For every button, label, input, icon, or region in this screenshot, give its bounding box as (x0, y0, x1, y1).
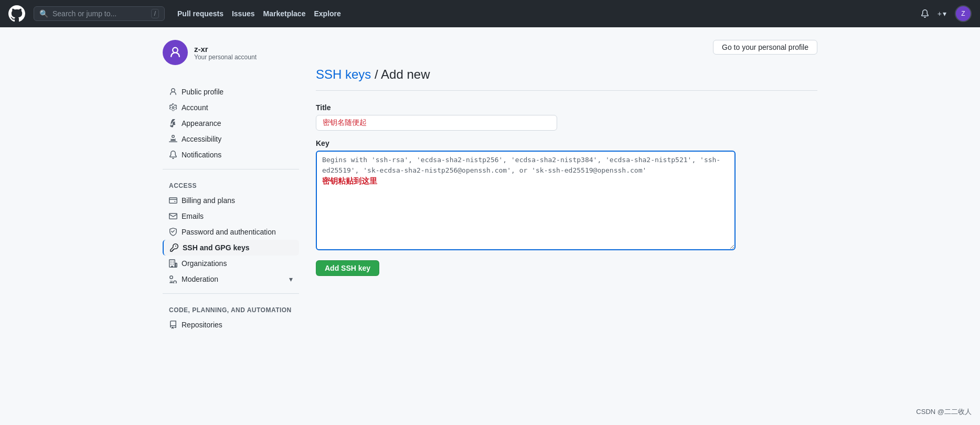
new-dropdown-button[interactable]: + ▾ (938, 9, 946, 18)
sidebar-item-emails[interactable]: Emails (163, 208, 299, 224)
sidebar-item-organizations[interactable]: Organizations (163, 256, 299, 271)
sidebar-item-billing[interactable]: Billing and plans (163, 193, 299, 208)
sidebar-item-label: Password and authentication (182, 228, 276, 236)
sidebar-item-repositories[interactable]: Repositories (163, 317, 299, 333)
repo-icon (169, 321, 177, 329)
shield-icon (169, 228, 177, 236)
plus-icon: + (938, 9, 942, 18)
sidebar-divider-1 (163, 169, 299, 169)
sidebar: z-xr Your personal account Public profil… (163, 40, 299, 333)
title-group: Title (316, 103, 736, 131)
sidebar-user: z-xr Your personal account (163, 40, 299, 73)
nav-explore[interactable]: Explore (314, 9, 340, 18)
sidebar-item-label: Appearance (182, 119, 221, 128)
nav-issues[interactable]: Issues (232, 9, 255, 18)
sidebar-item-moderation[interactable]: Moderation ▾ (163, 271, 299, 287)
topnav-right: + ▾ Z (921, 5, 972, 22)
sidebar-nav-code: Repositories (163, 317, 299, 333)
title-label: Title (316, 103, 736, 112)
org-icon (169, 259, 177, 268)
sidebar-item-label: Accessibility (182, 135, 221, 143)
sidebar-item-appearance[interactable]: Appearance (163, 115, 299, 131)
main-content: Go to your personal profile SSH keys / A… (316, 40, 817, 333)
sidebar-item-label: Billing and plans (182, 196, 235, 205)
key-label: Key (316, 139, 736, 147)
sidebar-item-label: Moderation (182, 275, 218, 283)
sidebar-subtitle: Your personal account (194, 54, 257, 61)
sidebar-item-label: Organizations (182, 259, 227, 268)
sidebar-item-public-profile[interactable]: Public profile (163, 84, 299, 100)
sidebar-avatar (163, 40, 188, 65)
search-icon: 🔍 (39, 9, 48, 18)
access-section-label: Access (163, 176, 299, 193)
form-section: Title Key Begins with 'ssh-rsa', 'ecdsa-… (316, 103, 736, 276)
sidebar-item-label: SSH and GPG keys (183, 243, 250, 252)
key-group: Key Begins with 'ssh-rsa', 'ecdsa-sha2-n… (316, 139, 736, 252)
sidebar-item-ssh-gpg[interactable]: SSH and GPG keys (163, 240, 299, 256)
go-to-profile-button[interactable]: Go to your personal profile (713, 40, 817, 55)
breadcrumb-current: Add new (381, 67, 430, 81)
search-box[interactable]: 🔍 / (34, 6, 165, 21)
sidebar-item-account[interactable]: Account (163, 100, 299, 115)
accessibility-icon (169, 135, 177, 143)
sidebar-item-label: Account (182, 103, 208, 112)
page-container: z-xr Your personal account Public profil… (154, 27, 826, 345)
page-heading: SSH keys / Add new (316, 67, 817, 82)
github-logo[interactable] (8, 5, 25, 22)
search-shortcut: / (151, 9, 159, 18)
key-textarea-wrapper: Begins with 'ssh-rsa', 'ecdsa-sha2-nistp… (316, 151, 736, 252)
sidebar-nav-main: Public profile Account Appearance (163, 84, 299, 163)
sidebar-item-accessibility[interactable]: Accessibility (163, 131, 299, 147)
chevron-icon: ▾ (943, 9, 946, 18)
key-textarea[interactable] (316, 151, 736, 250)
sidebar-item-password[interactable]: Password and authentication (163, 224, 299, 240)
nav-pull-requests[interactable]: Pull requests (177, 9, 223, 18)
sidebar-nav-access: Billing and plans Emails Password and au… (163, 193, 299, 287)
sidebar-item-label: Notifications (182, 151, 221, 159)
add-ssh-key-button[interactable]: Add SSH key (316, 260, 379, 276)
sidebar-divider-2 (163, 293, 299, 294)
breadcrumb-separator: / (371, 67, 381, 81)
nav-marketplace[interactable]: Marketplace (263, 9, 306, 18)
chevron-down-icon: ▾ (289, 275, 293, 283)
gear-icon (169, 103, 177, 112)
user-avatar[interactable]: Z (955, 5, 972, 22)
sidebar-username: z-xr (194, 45, 257, 54)
title-input[interactable] (316, 115, 557, 131)
moderation-icon (169, 275, 177, 283)
person-icon (169, 88, 177, 96)
search-input[interactable] (52, 9, 147, 18)
sidebar-item-label: Repositories (182, 321, 222, 329)
mail-icon (169, 212, 177, 220)
topnav-links: Pull requests Issues Marketplace Explore (177, 9, 341, 18)
sidebar-item-label: Public profile (182, 88, 223, 96)
breadcrumb-link[interactable]: SSH keys (316, 67, 371, 81)
notifications-button[interactable] (921, 9, 929, 18)
billing-icon (169, 196, 177, 205)
code-section-label: Code, planning, and automation (163, 300, 299, 317)
sidebar-item-label: Emails (182, 212, 204, 220)
key-icon (170, 243, 178, 252)
heading-divider (316, 90, 817, 91)
paintbrush-icon (169, 119, 177, 128)
bell-icon (169, 151, 177, 159)
profile-header: Go to your personal profile (316, 40, 817, 55)
topnav: 🔍 / Pull requests Issues Marketplace Exp… (0, 0, 980, 27)
sidebar-item-notifications[interactable]: Notifications (163, 147, 299, 163)
